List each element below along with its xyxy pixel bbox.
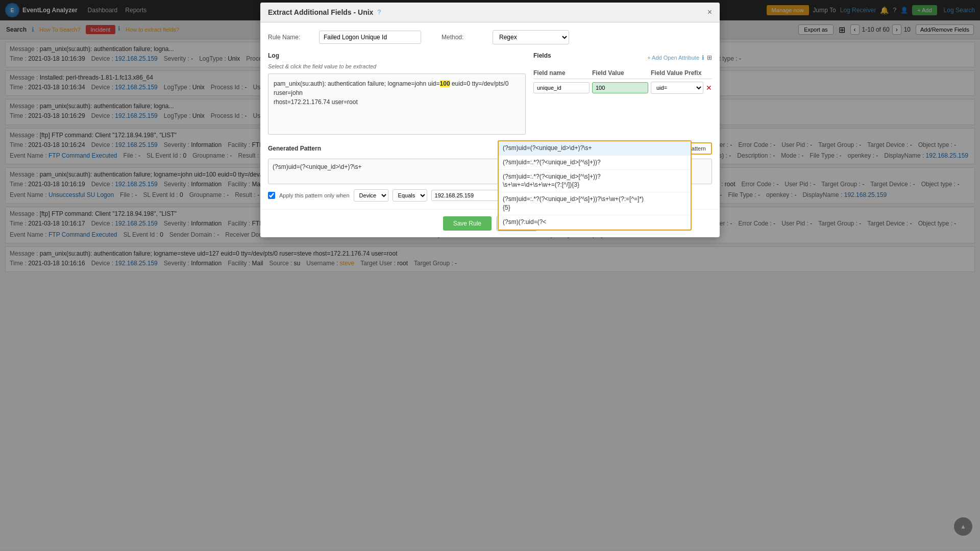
modal-columns: Log Select & click the field value to be… <box>268 52 712 135</box>
rule-name-input[interactable] <box>319 31 421 44</box>
condition-field-select[interactable]: Device <box>354 189 388 202</box>
rule-name-label: Rule Name: <box>268 34 309 41</box>
field-prefix-select[interactable]: uid= <box>651 82 703 94</box>
field-remove-button[interactable]: ✕ <box>706 84 712 92</box>
fields-table-header: Field name Field Value Field Value Prefi… <box>533 67 712 79</box>
log-section: Log Select & click the field value to be… <box>268 52 526 135</box>
method-label: Method: <box>442 34 482 41</box>
pattern-option-2[interactable]: (?sm)uid=:.*?(?<unique_id>[^\s]+))? <box>499 156 691 170</box>
generated-pattern-section: Generated Pattern Validate this pattern … <box>268 142 712 202</box>
field-name-header: Field name <box>533 69 590 77</box>
field-name-input[interactable] <box>533 82 590 93</box>
extract-fields-modal: Extract Additional Fields - Unix ? × Rul… <box>260 3 720 237</box>
fields-section-title: Fields <box>533 52 551 59</box>
pattern-option-3[interactable]: (?sm)uid=:.*?(?<unique_id>[^\s]+))? \s+\… <box>499 170 691 193</box>
condition-operator-select[interactable]: Equals <box>393 189 427 202</box>
log-display: pam_unix(su:auth): authentication failur… <box>268 73 526 135</box>
log-section-title: Log <box>268 52 526 59</box>
log-highlight-value[interactable]: 100 <box>440 80 450 87</box>
modal-info-icon[interactable]: ? <box>377 9 381 16</box>
modal-overlay: Extract Additional Fields - Unix ? × Rul… <box>0 0 980 551</box>
modal-body: Rule Name: Method: Regex Delimiter JSON … <box>260 22 720 209</box>
modal-close-button[interactable]: × <box>707 8 712 17</box>
field-prefix-header: Field Value Prefix <box>651 69 712 77</box>
fields-info-icon[interactable]: ℹ <box>702 54 704 61</box>
field-row: uid= ✕ <box>533 82 712 94</box>
fields-section: Fields + Add Open Attribute ℹ ⊞ Field na… <box>533 52 712 135</box>
pattern-option-5[interactable]: (?sm)(?:uid=(?< <box>499 215 691 230</box>
rule-method-row: Rule Name: Method: Regex Delimiter JSON <box>268 30 712 44</box>
pattern-dropdown: (?sm)uid=(?<unique_id>\d+)?\s+ (?sm)uid=… <box>498 140 692 231</box>
copy-icon[interactable]: ⊞ <box>707 54 712 61</box>
pattern-option-1[interactable]: (?sm)uid=(?<unique_id>\d+)?\s+ <box>499 141 691 156</box>
fields-header: Fields + Add Open Attribute ℹ ⊞ <box>533 52 712 63</box>
apply-label: Apply this pattern only when <box>279 192 350 198</box>
log-note: Select & click the field value to be ext… <box>268 63 526 69</box>
save-rule-button[interactable]: Save Rule <box>443 216 492 231</box>
add-open-attribute-link[interactable]: + Add Open Attribute <box>647 55 699 61</box>
method-select[interactable]: Regex Delimiter JSON <box>493 30 569 44</box>
field-value-header: Field Value <box>592 69 648 77</box>
log-text-before: pam_unix(su:auth): authentication failur… <box>274 80 440 87</box>
apply-checkbox[interactable] <box>268 192 275 199</box>
pattern-text: (?sm)uid=(?<unique_id>\d+)?\s+ <box>273 163 361 170</box>
modal-title: Extract Additional Fields - Unix <box>268 8 373 16</box>
generated-pattern-title: Generated Pattern <box>268 145 321 152</box>
pattern-option-4[interactable]: (?sm)uid=:.*?(?<unique_id>[^\s]+))?\s+\w… <box>499 192 691 215</box>
field-value-input[interactable] <box>592 82 648 93</box>
modal-header: Extract Additional Fields - Unix ? × <box>260 3 720 22</box>
condition-value-input[interactable] <box>431 190 503 201</box>
